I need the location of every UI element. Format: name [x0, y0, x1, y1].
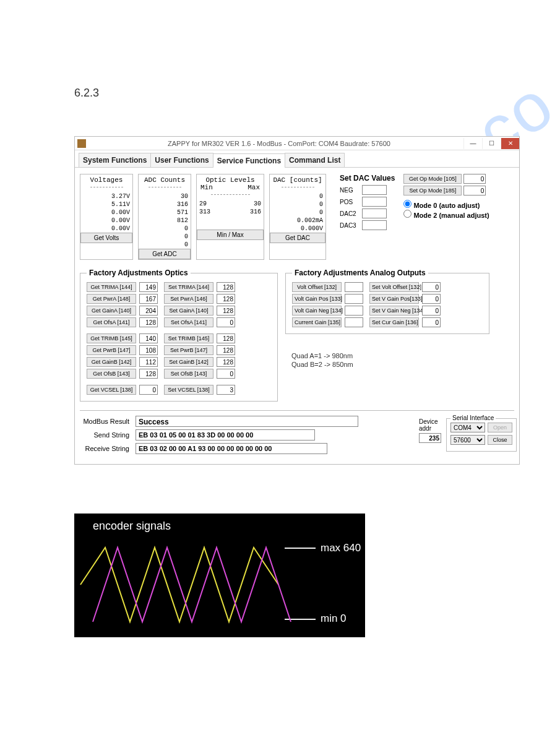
- com-select[interactable]: COM4: [450, 423, 485, 432]
- set-opmode-button[interactable]: Set Op Mode [185]: [403, 186, 462, 196]
- set-optics-a-value-3[interactable]: [217, 317, 235, 327]
- analog-set-button-2[interactable]: Set V Gain Neg [134]: [369, 306, 419, 316]
- set-optics-b-button-2[interactable]: Set GainB [142]: [164, 357, 213, 367]
- get-optics-b-value-2[interactable]: [139, 357, 158, 367]
- set-optics-a-value-1[interactable]: [217, 294, 235, 304]
- baud-select[interactable]: 57600: [450, 435, 485, 445]
- adc-title: ADC Counts: [144, 176, 185, 184]
- tab-system-functions[interactable]: System Functions: [79, 153, 151, 167]
- volt-row: 0.00V: [83, 208, 130, 217]
- mode0-radio[interactable]: Mode 0 (auto adjust): [403, 200, 489, 209]
- get-vcsel-value[interactable]: [139, 385, 158, 395]
- set-optics-b-button-3[interactable]: Set OfsB [143]: [164, 369, 213, 379]
- set-optics-b-button-0[interactable]: Set TRIMB [145]: [164, 333, 213, 343]
- app-window: ZAPPY for MR302 VER 1.6 - ModBus - ComPo…: [74, 136, 520, 465]
- set-optics-a-button-1[interactable]: Set PwrA [146]: [164, 294, 213, 304]
- get-vcsel-button[interactable]: Get VCSEL [138]: [87, 385, 136, 395]
- get-opmode-value[interactable]: [463, 174, 486, 184]
- analog-set-button-1[interactable]: Set V Gain Pos[133]: [369, 294, 419, 304]
- get-optics-a-value-0[interactable]: [139, 282, 158, 292]
- close-serial-button[interactable]: Close: [488, 435, 512, 445]
- tab-command-list[interactable]: Command List: [285, 153, 345, 167]
- tab-user-functions[interactable]: User Functions: [150, 153, 213, 167]
- get-optics-a-value-1[interactable]: [139, 294, 158, 304]
- get-optics-a-button-1[interactable]: Get PwrA [148]: [87, 294, 136, 304]
- device-addr-input[interactable]: [419, 433, 441, 443]
- analog-get-value-3[interactable]: [345, 317, 363, 327]
- section-number: 6.2.3: [74, 87, 99, 100]
- analog-get-value-2[interactable]: [345, 306, 363, 316]
- dac-row: 0: [272, 200, 323, 208]
- factory-optics-group: Factory Adjustments Optics Get TRIMA [14…: [80, 269, 278, 402]
- dac3-input[interactable]: [362, 220, 387, 230]
- device-addr-label: Device addr: [419, 418, 441, 432]
- pos-label: POS: [340, 199, 360, 205]
- set-opmode-value[interactable]: [463, 186, 486, 196]
- analog-get-button-1[interactable]: Volt Gain Pos [133]: [292, 294, 342, 304]
- pos-input[interactable]: [362, 197, 387, 207]
- get-optics-a-value-2[interactable]: [139, 306, 158, 316]
- analog-get-button-0[interactable]: Volt Offset [132]: [292, 282, 342, 292]
- set-optics-a-button-2[interactable]: Set GainA [140]: [164, 306, 213, 316]
- minimize-button[interactable]: —: [463, 138, 482, 149]
- get-optics-b-value-1[interactable]: [139, 345, 158, 355]
- analog-right-col: Set Volt Offset [132]Set V Gain Pos[133]…: [369, 282, 441, 327]
- set-vcsel-value[interactable]: [217, 385, 235, 395]
- analog-set-value-0[interactable]: [422, 282, 441, 292]
- analog-set-value-3[interactable]: [422, 317, 441, 327]
- neg-input[interactable]: [362, 185, 387, 195]
- set-vcsel-button[interactable]: Set VCSEL [138]: [164, 385, 213, 395]
- get-optics-b-value-0[interactable]: [139, 333, 158, 343]
- get-optics-a-button-2[interactable]: Get GainA [140]: [87, 306, 136, 316]
- set-optics-b-value-2[interactable]: [217, 357, 235, 367]
- set-optics-a-value-0[interactable]: [217, 282, 235, 292]
- get-optics-b-button-0[interactable]: Get TRIMB [145]: [87, 333, 136, 343]
- close-button[interactable]: ✕: [501, 138, 519, 149]
- get-optics-a-button-3[interactable]: Get OfsA [141]: [87, 317, 136, 327]
- set-optics-a-value-2[interactable]: [217, 306, 235, 316]
- get-optics-a-button-0[interactable]: Get TRIMA [144]: [87, 282, 136, 292]
- get-optics-b-button-3[interactable]: Get OfsB [143]: [87, 369, 136, 379]
- scope-waveforms: [74, 538, 297, 631]
- get-optics-a-value-3[interactable]: [139, 317, 158, 327]
- adc-row: 812: [141, 217, 188, 225]
- analog-get-button-3[interactable]: Current Gain [135]: [292, 317, 342, 327]
- analog-set-value-2[interactable]: [422, 306, 441, 316]
- set-optics-a-button-0[interactable]: Set TRIMA [144]: [164, 282, 213, 292]
- analog-set-button-3[interactable]: Set Cur Gain [136]: [369, 317, 419, 327]
- get-volts-button[interactable]: Get Volts: [80, 233, 132, 243]
- min-max-button[interactable]: Min / Max: [197, 230, 264, 240]
- mode2-radio[interactable]: Mode 2 (manual adjust): [403, 210, 489, 219]
- analog-set-button-0[interactable]: Set Volt Offset [132]: [369, 282, 419, 292]
- dac-row: 0: [272, 208, 323, 217]
- set-optics-a-button-3[interactable]: Set OfsA [141]: [164, 317, 213, 327]
- readout-panels: Voltages ----------- 3.27V 5.11V 0.00V 0…: [80, 174, 514, 260]
- window-title: ZAPPY for MR302 VER 1.6 - ModBus - ComPo…: [88, 140, 463, 147]
- set-optics-b-value-3[interactable]: [217, 369, 235, 379]
- tab-service-functions[interactable]: Service Functions: [213, 153, 285, 168]
- get-optics-b-button-1[interactable]: Get PwrB [147]: [87, 345, 136, 355]
- maximize-button[interactable]: ☐: [482, 138, 501, 149]
- dac2-label: DAC2: [340, 210, 360, 217]
- tab-bar: System Functions User Functions Service …: [75, 150, 519, 168]
- get-optics-b-button-2[interactable]: Get GainB [142]: [87, 357, 136, 367]
- set-optics-b-value-0[interactable]: [217, 333, 235, 343]
- set-optics-b-button-1[interactable]: Set PwrB [147]: [164, 345, 213, 355]
- get-adc-button[interactable]: Get ADC: [139, 249, 191, 259]
- dac-panel: DAC [counts] ----------- 0 0 0 0.002mA 0…: [269, 174, 326, 260]
- factory-groups: Factory Adjustments Optics Get TRIMA [14…: [80, 269, 514, 406]
- get-opmode-button[interactable]: Get Op Mode [105]: [403, 174, 462, 184]
- get-optics-b-value-3[interactable]: [139, 369, 158, 379]
- serial-legend: Serial Interface: [450, 415, 496, 421]
- optics-setA-col: Set TRIMA [144]Set PwrA [146]Set GainA […: [164, 282, 235, 327]
- dac2-input[interactable]: [362, 208, 387, 218]
- get-dac-button[interactable]: Get DAC: [270, 233, 325, 243]
- analog-set-value-1[interactable]: [422, 294, 441, 304]
- optics-setB-col: Set TRIMB [145]Set PwrB [147]Set GainB […: [164, 333, 235, 379]
- analog-get-button-2[interactable]: Volt Gain Neg [134]: [292, 306, 342, 316]
- set-optics-b-value-1[interactable]: [217, 345, 235, 355]
- open-button[interactable]: Open: [488, 423, 512, 432]
- analog-get-value-1[interactable]: [345, 294, 363, 304]
- analog-get-value-0[interactable]: [345, 282, 363, 292]
- bottom-bar: ModBus Result Success Device addr Serial…: [80, 410, 514, 460]
